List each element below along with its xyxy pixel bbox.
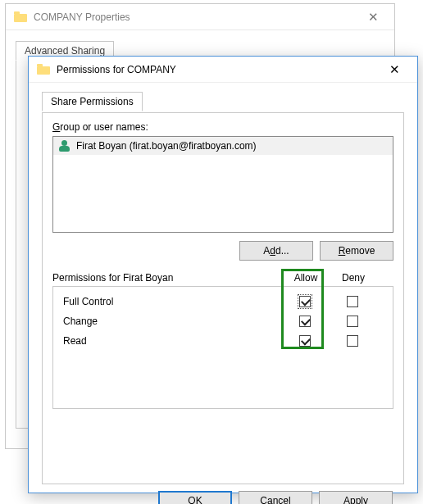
apply-button[interactable]: Apply bbox=[319, 491, 393, 504]
user-display-name: Firat Boyan (firat.boyan@firatboyan.com) bbox=[76, 140, 257, 152]
tab-share-permissions[interactable]: Share Permissions bbox=[42, 92, 143, 111]
ok-button[interactable]: OK bbox=[158, 491, 232, 504]
perm-row-read: Read bbox=[61, 331, 384, 351]
share-permissions-panel: Group or user names: Firat Boyan (firat.… bbox=[42, 112, 404, 484]
remove-button[interactable]: Remove bbox=[320, 241, 393, 261]
column-allow: Allow bbox=[282, 272, 330, 284]
permissions-title: Permissions for COMPANY bbox=[57, 64, 378, 75]
permissions-for-label: Permissions for Firat Boyan bbox=[52, 272, 282, 284]
close-button[interactable]: ✕ bbox=[378, 62, 411, 77]
user-icon bbox=[58, 139, 71, 152]
properties-close-button[interactable]: ✕ bbox=[357, 10, 389, 25]
cancel-button[interactable]: Cancel bbox=[239, 491, 312, 504]
checkbox-change-deny[interactable] bbox=[347, 316, 358, 327]
user-list-item[interactable]: Firat Boyan (firat.boyan@firatboyan.com) bbox=[53, 137, 393, 155]
checkbox-read-deny[interactable] bbox=[347, 335, 358, 347]
permissions-titlebar: Permissions for COMPANY ✕ bbox=[29, 57, 417, 83]
checkbox-read-allow[interactable] bbox=[299, 335, 311, 347]
checkbox-fullcontrol-allow[interactable] bbox=[299, 296, 311, 307]
folder-icon bbox=[37, 64, 50, 75]
perm-label: Full Control bbox=[61, 296, 281, 307]
perm-row-change: Change bbox=[61, 311, 384, 331]
perm-row-full-control: Full Control bbox=[61, 292, 384, 311]
user-list[interactable]: Firat Boyan (firat.boyan@firatboyan.com) bbox=[52, 136, 393, 233]
perm-label: Change bbox=[61, 316, 281, 327]
properties-titlebar: COMPANY Properties ✕ bbox=[6, 4, 394, 30]
add-button[interactable]: Add... bbox=[239, 241, 313, 261]
group-names-label: Group or user names: bbox=[52, 121, 393, 133]
column-deny: Deny bbox=[330, 272, 377, 284]
checkbox-change-allow[interactable] bbox=[299, 316, 311, 327]
permissions-body: Share Permissions Group or user names: F… bbox=[29, 83, 417, 504]
folder-icon bbox=[14, 11, 27, 22]
checkbox-fullcontrol-deny[interactable] bbox=[347, 296, 358, 307]
perm-label: Read bbox=[61, 335, 281, 347]
permissions-header: Permissions for Firat Boyan Allow Deny bbox=[52, 272, 393, 284]
properties-title: COMPANY Properties bbox=[34, 11, 357, 23]
permissions-table: Full Control Change Read bbox=[52, 286, 393, 409]
permissions-window: Permissions for COMPANY ✕ Share Permissi… bbox=[28, 56, 418, 493]
